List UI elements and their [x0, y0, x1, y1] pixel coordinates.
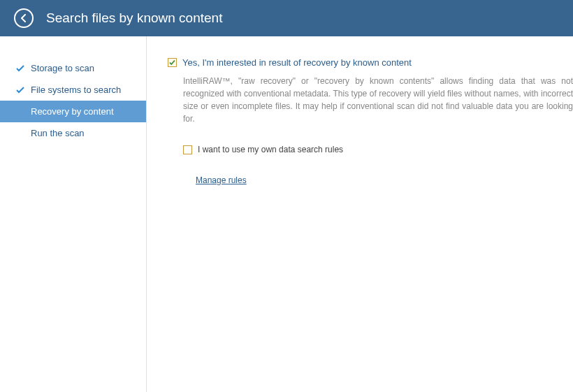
description-text: IntelliRAW™, "raw recovery" or "recovery… [183, 75, 573, 125]
sidebar-item-label: Run the scan [31, 128, 146, 138]
wizard-sidebar: Storage to scan File systems to search R… [0, 36, 147, 392]
sidebar-item-label: Storage to scan [31, 63, 146, 73]
sidebar-item-filesystems[interactable]: File systems to search [0, 79, 146, 101]
own-rules-checkbox[interactable] [183, 145, 192, 154]
main-panel: Yes, I'm interested in result of recover… [147, 36, 573, 392]
primary-checkbox-label: Yes, I'm interested in result of recover… [182, 57, 412, 68]
sidebar-item-recovery[interactable]: Recovery by content [0, 101, 146, 122]
app-header: Search files by known content [0, 0, 573, 36]
checkmark-icon [15, 65, 25, 72]
own-rules-row: I want to use my own data search rules [183, 145, 573, 154]
checkmark-icon [15, 108, 25, 115]
arrow-left-icon [20, 14, 28, 22]
back-button[interactable] [14, 8, 34, 28]
body: Storage to scan File systems to search R… [0, 36, 573, 392]
sidebar-item-storage[interactable]: Storage to scan [0, 57, 146, 79]
own-rules-label: I want to use my own data search rules [198, 145, 343, 154]
primary-checkbox[interactable] [168, 58, 177, 67]
primary-option-row: Yes, I'm interested in result of recover… [168, 57, 573, 68]
sidebar-item-label: File systems to search [31, 85, 146, 95]
manage-rules-link[interactable]: Manage rules [196, 175, 573, 185]
sidebar-item-label: Recovery by content [31, 106, 146, 117]
sidebar-item-run[interactable]: Run the scan [0, 122, 146, 144]
checkmark-icon [15, 130, 25, 137]
page-title: Search files by known content [46, 10, 222, 26]
checkmark-icon [15, 87, 25, 94]
